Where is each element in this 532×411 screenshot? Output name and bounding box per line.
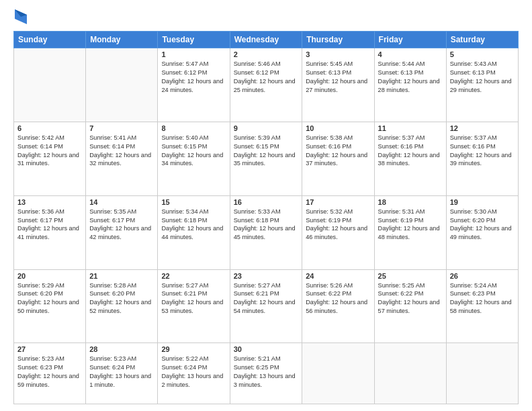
day-number: 14 bbox=[89, 198, 154, 206]
day-number: 20 bbox=[17, 272, 82, 280]
day-number: 15 bbox=[161, 198, 226, 206]
calendar-cell: 11Sunrise: 5:37 AM Sunset: 6:16 PM Dayli… bbox=[374, 122, 446, 195]
day-number: 29 bbox=[161, 345, 226, 353]
day-number: 9 bbox=[234, 124, 299, 132]
calendar-cell: 24Sunrise: 5:26 AM Sunset: 6:22 PM Dayli… bbox=[302, 269, 374, 343]
calendar-cell: 12Sunrise: 5:37 AM Sunset: 6:16 PM Dayli… bbox=[446, 122, 518, 195]
calendar-cell: 15Sunrise: 5:34 AM Sunset: 6:18 PM Dayli… bbox=[158, 195, 230, 269]
calendar-cell: 30Sunrise: 5:21 AM Sunset: 6:25 PM Dayli… bbox=[230, 343, 302, 404]
calendar-cell: 13Sunrise: 5:36 AM Sunset: 6:17 PM Dayli… bbox=[14, 195, 86, 269]
day-info: Sunrise: 5:21 AM Sunset: 6:25 PM Dayligh… bbox=[234, 355, 299, 390]
day-info: Sunrise: 5:41 AM Sunset: 6:14 PM Dayligh… bbox=[89, 134, 154, 169]
day-info: Sunrise: 5:31 AM Sunset: 6:19 PM Dayligh… bbox=[378, 208, 443, 242]
week-row-2: 6Sunrise: 5:42 AM Sunset: 6:14 PM Daylig… bbox=[14, 122, 519, 195]
calendar-cell bbox=[302, 343, 374, 404]
day-number: 18 bbox=[378, 198, 443, 206]
day-info: Sunrise: 5:37 AM Sunset: 6:16 PM Dayligh… bbox=[450, 134, 515, 169]
day-info: Sunrise: 5:47 AM Sunset: 6:12 PM Dayligh… bbox=[161, 60, 226, 95]
calendar-cell bbox=[86, 48, 158, 122]
day-number: 30 bbox=[234, 345, 299, 353]
day-info: Sunrise: 5:30 AM Sunset: 6:20 PM Dayligh… bbox=[450, 208, 515, 242]
day-number: 6 bbox=[17, 124, 82, 132]
day-number: 4 bbox=[378, 50, 443, 58]
day-number: 1 bbox=[161, 50, 226, 58]
day-number: 7 bbox=[89, 124, 154, 132]
day-info: Sunrise: 5:37 AM Sunset: 6:16 PM Dayligh… bbox=[378, 134, 443, 169]
day-info: Sunrise: 5:43 AM Sunset: 6:13 PM Dayligh… bbox=[450, 60, 515, 95]
day-number: 22 bbox=[161, 272, 226, 280]
day-number: 17 bbox=[306, 198, 370, 206]
calendar-cell bbox=[446, 343, 518, 404]
week-row-4: 20Sunrise: 5:29 AM Sunset: 6:20 PM Dayli… bbox=[14, 269, 519, 343]
day-info: Sunrise: 5:28 AM Sunset: 6:20 PM Dayligh… bbox=[89, 281, 154, 316]
calendar-cell: 7Sunrise: 5:41 AM Sunset: 6:14 PM Daylig… bbox=[86, 122, 158, 195]
day-number: 23 bbox=[234, 272, 299, 280]
calendar-cell: 2Sunrise: 5:46 AM Sunset: 6:12 PM Daylig… bbox=[230, 48, 302, 122]
day-number: 24 bbox=[306, 272, 370, 280]
calendar-cell: 29Sunrise: 5:22 AM Sunset: 6:24 PM Dayli… bbox=[158, 343, 230, 404]
day-number: 8 bbox=[161, 124, 226, 132]
weekday-header-monday: Monday bbox=[86, 32, 158, 48]
calendar-cell: 8Sunrise: 5:40 AM Sunset: 6:15 PM Daylig… bbox=[158, 122, 230, 195]
calendar-cell: 23Sunrise: 5:27 AM Sunset: 6:21 PM Dayli… bbox=[230, 269, 302, 343]
logo bbox=[13, 12, 27, 24]
day-info: Sunrise: 5:32 AM Sunset: 6:19 PM Dayligh… bbox=[306, 208, 370, 242]
day-info: Sunrise: 5:24 AM Sunset: 6:23 PM Dayligh… bbox=[450, 281, 515, 316]
weekday-header-tuesday: Tuesday bbox=[158, 32, 230, 48]
calendar-cell: 6Sunrise: 5:42 AM Sunset: 6:14 PM Daylig… bbox=[14, 122, 86, 195]
day-number: 11 bbox=[378, 124, 443, 132]
day-number: 13 bbox=[17, 198, 82, 206]
day-number: 16 bbox=[234, 198, 299, 206]
calendar-cell: 14Sunrise: 5:35 AM Sunset: 6:17 PM Dayli… bbox=[86, 195, 158, 269]
day-info: Sunrise: 5:27 AM Sunset: 6:21 PM Dayligh… bbox=[161, 281, 226, 316]
day-info: Sunrise: 5:29 AM Sunset: 6:20 PM Dayligh… bbox=[17, 281, 82, 316]
weekday-header-saturday: Saturday bbox=[446, 32, 518, 48]
day-number: 19 bbox=[450, 198, 515, 206]
weekday-header-thursday: Thursday bbox=[302, 32, 374, 48]
day-info: Sunrise: 5:40 AM Sunset: 6:15 PM Dayligh… bbox=[161, 134, 226, 169]
calendar-cell: 17Sunrise: 5:32 AM Sunset: 6:19 PM Dayli… bbox=[302, 195, 374, 269]
day-info: Sunrise: 5:33 AM Sunset: 6:18 PM Dayligh… bbox=[234, 208, 299, 242]
calendar-cell: 26Sunrise: 5:24 AM Sunset: 6:23 PM Dayli… bbox=[446, 269, 518, 343]
day-info: Sunrise: 5:22 AM Sunset: 6:24 PM Dayligh… bbox=[161, 355, 226, 390]
calendar-cell: 21Sunrise: 5:28 AM Sunset: 6:20 PM Dayli… bbox=[86, 269, 158, 343]
day-info: Sunrise: 5:26 AM Sunset: 6:22 PM Dayligh… bbox=[306, 281, 370, 316]
calendar-cell: 1Sunrise: 5:47 AM Sunset: 6:12 PM Daylig… bbox=[158, 48, 230, 122]
weekday-header-sunday: Sunday bbox=[14, 32, 86, 48]
calendar-cell: 25Sunrise: 5:25 AM Sunset: 6:22 PM Dayli… bbox=[374, 269, 446, 343]
logo-icon bbox=[15, 9, 27, 24]
day-info: Sunrise: 5:36 AM Sunset: 6:17 PM Dayligh… bbox=[17, 208, 82, 242]
day-number: 2 bbox=[234, 50, 299, 58]
day-number: 21 bbox=[89, 272, 154, 280]
calendar-cell: 22Sunrise: 5:27 AM Sunset: 6:21 PM Dayli… bbox=[158, 269, 230, 343]
day-info: Sunrise: 5:35 AM Sunset: 6:17 PM Dayligh… bbox=[89, 208, 154, 242]
calendar-cell: 10Sunrise: 5:38 AM Sunset: 6:16 PM Dayli… bbox=[302, 122, 374, 195]
calendar-cell bbox=[14, 48, 86, 122]
calendar-cell bbox=[374, 343, 446, 404]
day-info: Sunrise: 5:38 AM Sunset: 6:16 PM Dayligh… bbox=[306, 134, 370, 169]
week-row-3: 13Sunrise: 5:36 AM Sunset: 6:17 PM Dayli… bbox=[14, 195, 519, 269]
week-row-1: 1Sunrise: 5:47 AM Sunset: 6:12 PM Daylig… bbox=[14, 48, 519, 122]
day-info: Sunrise: 5:46 AM Sunset: 6:12 PM Dayligh… bbox=[234, 60, 299, 95]
week-row-5: 27Sunrise: 5:23 AM Sunset: 6:23 PM Dayli… bbox=[14, 343, 519, 404]
day-info: Sunrise: 5:25 AM Sunset: 6:22 PM Dayligh… bbox=[378, 281, 443, 316]
weekday-header-wednesday: Wednesday bbox=[230, 32, 302, 48]
calendar-cell: 20Sunrise: 5:29 AM Sunset: 6:20 PM Dayli… bbox=[14, 269, 86, 343]
day-info: Sunrise: 5:39 AM Sunset: 6:15 PM Dayligh… bbox=[234, 134, 299, 169]
day-info: Sunrise: 5:23 AM Sunset: 6:24 PM Dayligh… bbox=[89, 355, 154, 390]
calendar-cell: 16Sunrise: 5:33 AM Sunset: 6:18 PM Dayli… bbox=[230, 195, 302, 269]
day-number: 5 bbox=[450, 50, 515, 58]
day-number: 26 bbox=[450, 272, 515, 280]
day-number: 3 bbox=[306, 50, 370, 58]
day-info: Sunrise: 5:45 AM Sunset: 6:13 PM Dayligh… bbox=[306, 60, 370, 95]
day-number: 12 bbox=[450, 124, 515, 132]
calendar-cell: 18Sunrise: 5:31 AM Sunset: 6:19 PM Dayli… bbox=[374, 195, 446, 269]
day-info: Sunrise: 5:23 AM Sunset: 6:23 PM Dayligh… bbox=[17, 355, 82, 390]
weekday-header-row: SundayMondayTuesdayWednesdayThursdayFrid… bbox=[14, 32, 519, 48]
page: SundayMondayTuesdayWednesdayThursdayFrid… bbox=[0, 0, 532, 411]
day-info: Sunrise: 5:42 AM Sunset: 6:14 PM Dayligh… bbox=[17, 134, 82, 169]
weekday-header-friday: Friday bbox=[374, 32, 446, 48]
calendar-table: SundayMondayTuesdayWednesdayThursdayFrid… bbox=[13, 31, 519, 404]
day-info: Sunrise: 5:44 AM Sunset: 6:13 PM Dayligh… bbox=[378, 60, 443, 95]
calendar-cell: 19Sunrise: 5:30 AM Sunset: 6:20 PM Dayli… bbox=[446, 195, 518, 269]
